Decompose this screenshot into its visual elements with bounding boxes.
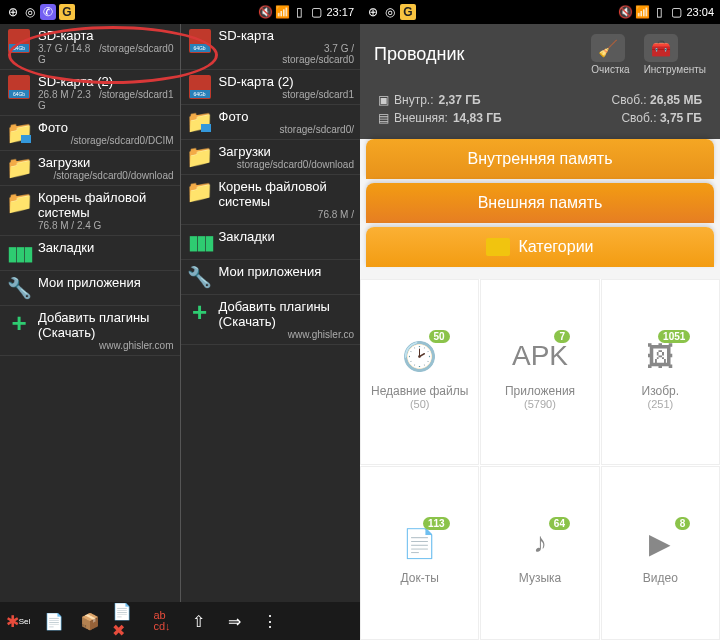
bookmarks-icon: ▮▮▮ [187, 229, 213, 255]
file-entry[interactable]: 🔧Мои приложения [0, 271, 180, 306]
pane-right[interactable]: SD-карта3.7 G /storage/sdcard0SD-карта (… [181, 24, 361, 602]
battery-icon: ▢ [309, 5, 323, 19]
toolbox-icon: 🧰 [644, 34, 678, 62]
sim-icon: ▯ [652, 5, 666, 19]
tools-button[interactable]: 🧰 Инструменты [644, 34, 706, 75]
entry-title: SD-карта [219, 28, 355, 43]
wifi-icon: 📶 [275, 5, 289, 19]
file-entry[interactable]: +Добавить плагины (Скачать)www.ghisler.c… [0, 306, 180, 356]
phone-right: ⊕ ◎ G 🔇 📶 ▯ ▢ 23:04 Проводник 🧹 Очистка … [360, 0, 720, 640]
folder-icon: 📁 [6, 155, 32, 181]
sort-icon[interactable]: abcd↓ [148, 607, 176, 635]
wifi-icon: 📶 [635, 5, 649, 19]
category-name: Музыка [519, 571, 561, 585]
bookmarks-icon: ▮▮▮ [6, 240, 32, 266]
menu-icon[interactable]: ⋮ [256, 607, 284, 635]
sd-icon [6, 74, 32, 100]
category-tile[interactable]: 🕑50Недавние файлы(50) [360, 279, 479, 465]
category-name: Док-ты [401, 571, 439, 585]
category-icon: 🕑50 [398, 334, 442, 378]
mute-icon: 🔇 [618, 5, 632, 19]
ghisler-icon: G [400, 4, 416, 20]
delete-icon[interactable]: 📄✖ [112, 607, 140, 635]
folder-icon: 📁 [6, 190, 32, 216]
select-icon[interactable]: ✱Sel [4, 607, 32, 635]
pack-icon[interactable]: 📦 [76, 607, 104, 635]
plus-icon: ⊕ [366, 5, 380, 19]
category-name: Приложения [505, 384, 575, 398]
sd-icon [6, 28, 32, 54]
internal-storage-icon: ▣ [378, 93, 389, 107]
entry-title: Загрузки [38, 155, 174, 170]
category-tile[interactable]: ▶8Видео [601, 466, 720, 640]
file-entry[interactable]: 📁Загрузки/storage/sdcard0/download [0, 151, 180, 186]
target-icon: ◎ [23, 5, 37, 19]
forward-icon[interactable]: ⇒ [220, 607, 248, 635]
mute-icon: 🔇 [258, 5, 272, 19]
entry-title: Мои приложения [219, 264, 355, 279]
count-badge: 8 [675, 517, 691, 530]
categories-grid: 🕑50Недавние файлы(50)APK7Приложения(5790… [360, 279, 720, 640]
folder-img-icon: 📁 [6, 120, 32, 146]
count-badge: 50 [429, 330, 450, 343]
clean-button[interactable]: 🧹 Очистка [591, 34, 629, 75]
category-tile[interactable]: ♪64Музыка [480, 466, 599, 640]
entry-title: Закладки [219, 229, 355, 244]
status-bar: ⊕ ◎ G 🔇 📶 ▯ ▢ 23:04 [360, 0, 720, 24]
file-entry[interactable]: 📁Корень файловой системы76.8 M / [181, 175, 361, 225]
category-icon: APK7 [518, 334, 562, 378]
card-external[interactable]: Внешняя память [366, 183, 714, 223]
pane-left[interactable]: SD-карта3.7 G / 14.8 G/storage/sdcard0SD… [0, 24, 181, 602]
category-count: (251) [647, 398, 673, 410]
phone-left: ⊕ ◎ ✆ G 🔇 📶 ▯ ▢ 23:17 SD-карта3.7 G / 14… [0, 0, 360, 640]
page-title: Проводник [374, 44, 464, 65]
category-tile[interactable]: APK7Приложения(5790) [480, 279, 599, 465]
file-entry[interactable]: SD-карта (2)26.8 M / 2.3 G/storage/sdcar… [0, 70, 180, 116]
entry-title: Загрузки [219, 144, 355, 159]
entry-title: Добавить плагины (Скачать) [38, 310, 174, 340]
entry-title: SD-карта [38, 28, 174, 43]
category-tile[interactable]: 📄113Док-ты [360, 466, 479, 640]
card-internal[interactable]: Внутренняя память [366, 139, 714, 179]
file-entry[interactable]: 📁Фото/storage/sdcard0/DCIM [0, 116, 180, 151]
viber-icon: ✆ [40, 4, 56, 20]
entry-title: SD-карта (2) [38, 74, 174, 89]
file-entry[interactable]: SD-карта3.7 G /storage/sdcard0 [181, 24, 361, 70]
plus-icon: + [6, 310, 32, 336]
category-icon: ♪64 [518, 521, 562, 565]
category-tile[interactable]: 🖼1051Изобр.(251) [601, 279, 720, 465]
file-entry[interactable]: 📁Фотоstorage/sdcard0/ [181, 105, 361, 140]
category-icon: 📄113 [398, 521, 442, 565]
folder-icon [486, 238, 510, 256]
file-entry[interactable]: +Добавить плагины (Скачать)www.ghisler.c… [181, 295, 361, 345]
entry-title: Мои приложения [38, 275, 174, 290]
count-badge: 64 [549, 517, 570, 530]
count-badge: 1051 [658, 330, 690, 343]
sim-icon: ▯ [292, 5, 306, 19]
entry-title: Корень файловой системы [38, 190, 174, 220]
category-icon: ▶8 [638, 521, 682, 565]
sd-icon [187, 28, 213, 54]
entry-title: Фото [38, 120, 174, 135]
file-entry[interactable]: ▮▮▮Закладки [181, 225, 361, 260]
folder-icon: 📁 [187, 179, 213, 205]
storage-summary: ▣ Внутр.: 2,37 ГБ Своб.: 26,85 МБ ▤ Внеш… [360, 85, 720, 139]
file-entry[interactable]: SD-карта (2)storage/sdcard1 [181, 70, 361, 105]
external-storage-icon: ▤ [378, 111, 389, 125]
category-count: (5790) [524, 398, 556, 410]
copy-icon[interactable]: 📄 [40, 607, 68, 635]
category-name: Видео [643, 571, 678, 585]
file-entry[interactable]: 🔧Мои приложения [181, 260, 361, 295]
file-entry[interactable]: SD-карта3.7 G / 14.8 G/storage/sdcard0 [0, 24, 180, 70]
apps-icon: 🔧 [187, 264, 213, 290]
folder-icon: 📁 [187, 144, 213, 170]
clock: 23:04 [686, 6, 714, 18]
entry-title: Фото [219, 109, 355, 124]
up-icon[interactable]: ⇧ [184, 607, 212, 635]
card-categories[interactable]: Категории [366, 227, 714, 267]
broom-icon: 🧹 [591, 34, 625, 62]
file-entry[interactable]: 📁Корень файловой системы76.8 M / 2.4 G [0, 186, 180, 236]
file-entry[interactable]: ▮▮▮Закладки [0, 236, 180, 271]
dual-pane: SD-карта3.7 G / 14.8 G/storage/sdcard0SD… [0, 24, 360, 602]
file-entry[interactable]: 📁Загрузкиstorage/sdcard0/download [181, 140, 361, 175]
